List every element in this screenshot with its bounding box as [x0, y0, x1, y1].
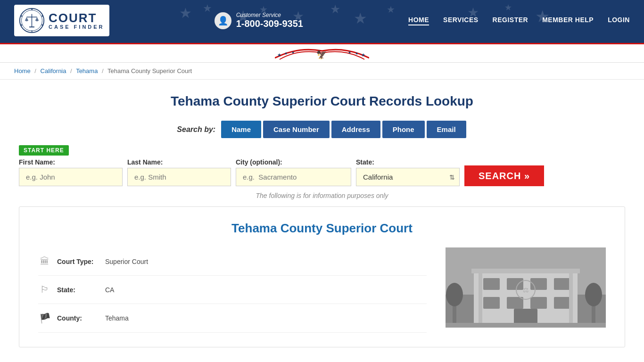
county-row: 🏴 County: Tehama	[38, 304, 427, 333]
svg-text:🦅: 🦅	[316, 49, 327, 60]
search-button[interactable]: SEARCH »	[464, 165, 544, 186]
first-name-label: First Name:	[19, 158, 123, 166]
nav-login[interactable]: LOGIN	[608, 16, 630, 25]
city-group: City (optional):	[236, 158, 351, 186]
main-content: Tehama County Superior Court Records Loo…	[0, 80, 644, 357]
logo-area[interactable]: ★ ★ ★ ★ ★ ★ COURT CASE FINDER	[14, 5, 109, 36]
tab-phone[interactable]: Phone	[382, 121, 425, 138]
tab-name[interactable]: Name	[221, 121, 261, 138]
svg-point-37	[446, 283, 463, 306]
logo-box: ★ ★ ★ ★ ★ ★ COURT CASE FINDER	[14, 5, 109, 36]
breadcrumb-home[interactable]: Home	[14, 67, 31, 74]
svg-text:★: ★	[41, 15, 43, 17]
svg-rect-22	[483, 278, 500, 290]
cs-phone: 1-800-309-9351	[236, 18, 303, 29]
court-type-row: 🏛 Court Type: Superior Court	[38, 247, 427, 276]
tab-case-number[interactable]: Case Number	[263, 121, 330, 138]
court-type-icon: 🏛	[38, 256, 51, 267]
search-form-area: START HERE First Name: Last Name: City (…	[19, 145, 625, 186]
logo-case-finder-text: CASE FINDER	[49, 24, 105, 30]
court-info-details: 🏛 Court Type: Superior Court 🏳 State: CA…	[38, 247, 427, 333]
main-nav: HOME SERVICES REGISTER MEMBER HELP LOGIN	[408, 16, 630, 25]
svg-rect-28	[530, 297, 547, 309]
info-text: The following is for information purpose…	[19, 192, 625, 199]
svg-text:★: ★	[20, 15, 23, 17]
svg-text:★: ★	[291, 50, 295, 55]
court-photo: ⚖	[446, 247, 606, 328]
svg-text:★: ★	[277, 52, 281, 58]
site-header: ★ ★ ★ ★ ★ ★ ★ ★ ★ ★ ★ ★ ★ ★ ★ ★ ★	[0, 0, 644, 41]
court-type-value: Superior Court	[105, 258, 148, 265]
eagle-svg: ★ ★ ★ ★ ★ ★ 🦅	[275, 46, 369, 60]
cs-label: Customer Service	[236, 12, 303, 18]
court-info-section: Tehama County Superior Court 🏛 Court Typ…	[19, 206, 625, 347]
tab-email[interactable]: Email	[427, 121, 466, 138]
svg-rect-33	[446, 323, 606, 328]
state-field-value: CA	[105, 286, 114, 294]
first-name-input[interactable]	[19, 168, 123, 186]
svg-text:★: ★	[355, 51, 358, 56]
svg-text:★: ★	[348, 50, 351, 55]
building-illustration: ⚖	[446, 247, 606, 328]
tab-address[interactable]: Address	[331, 121, 380, 138]
state-group: State: California Alabama Alaska Arizona…	[356, 158, 460, 186]
page-title: Tehama County Superior Court Records Loo…	[19, 94, 625, 109]
svg-text:★: ★	[31, 30, 33, 33]
eagle-banner: ★ ★ ★ ★ ★ ★ 🦅	[0, 44, 644, 63]
breadcrumb-sep-1: /	[34, 67, 36, 74]
breadcrumb-current: Tehama County Superior Court	[107, 67, 192, 74]
court-info-body: 🏛 Court Type: Superior Court 🏳 State: CA…	[38, 247, 606, 333]
svg-rect-32	[569, 271, 573, 328]
court-info-title: Tehama County Superior Court	[38, 221, 606, 236]
breadcrumb-tehama[interactable]: Tehama	[76, 67, 98, 74]
logo-court-text: COURT	[49, 12, 97, 24]
svg-text:★: ★	[41, 24, 43, 26]
svg-text:★: ★	[31, 8, 33, 11]
search-fields-row: First Name: Last Name: City (optional): …	[19, 158, 625, 186]
city-label: City (optional):	[236, 158, 351, 166]
svg-rect-25	[554, 278, 570, 290]
state-icon: 🏳	[38, 284, 51, 295]
svg-rect-29	[554, 297, 570, 309]
customer-service: 👤 Customer Service 1-800-309-9351	[215, 12, 303, 29]
start-here-badge: START HERE	[19, 145, 69, 156]
breadcrumb: Home / California / Tehama / Tehama Coun…	[0, 63, 644, 80]
logo-emblem: ★ ★ ★ ★ ★ ★	[19, 8, 45, 33]
county-icon: 🏴	[38, 313, 51, 324]
state-wrapper: California Alabama Alaska Arizona Arkans…	[356, 168, 460, 186]
state-label: State:	[356, 158, 460, 166]
court-type-label: Court Type:	[57, 258, 99, 265]
breadcrumb-california[interactable]: California	[41, 67, 66, 74]
svg-text:★: ★	[284, 51, 288, 56]
search-by-label: Search by:	[177, 125, 215, 134]
svg-text:★: ★	[20, 24, 23, 26]
phone-icon: 👤	[215, 12, 231, 29]
cs-text: Customer Service 1-800-309-9351	[236, 12, 303, 29]
county-value: Tehama	[105, 314, 129, 322]
svg-text:⚖: ⚖	[523, 286, 529, 294]
search-tabs-row: Search by: Name Case Number Address Phon…	[19, 121, 625, 138]
svg-rect-23	[507, 278, 523, 290]
svg-rect-27	[507, 297, 523, 309]
nav-register[interactable]: REGISTER	[493, 16, 528, 25]
last-name-label: Last Name:	[127, 158, 231, 166]
svg-rect-31	[479, 271, 482, 328]
first-name-group: First Name:	[19, 158, 123, 186]
state-row: 🏳 State: CA	[38, 276, 427, 304]
county-label: County:	[57, 314, 99, 322]
svg-rect-21	[471, 269, 580, 273]
breadcrumb-sep-2: /	[70, 67, 72, 74]
svg-point-39	[585, 283, 602, 306]
nav-member-help[interactable]: MEMBER HELP	[542, 16, 594, 25]
state-field-label: State:	[57, 286, 99, 294]
svg-rect-26	[483, 297, 500, 309]
last-name-group: Last Name:	[127, 158, 231, 186]
nav-home[interactable]: HOME	[408, 16, 429, 25]
nav-services[interactable]: SERVICES	[443, 16, 479, 25]
svg-text:★: ★	[361, 52, 365, 58]
state-select[interactable]: California Alabama Alaska Arizona Arkans…	[356, 168, 460, 186]
breadcrumb-sep-3: /	[102, 67, 104, 74]
logo-text-area: COURT CASE FINDER	[49, 12, 105, 30]
city-input[interactable]	[236, 168, 351, 186]
last-name-input[interactable]	[127, 168, 231, 186]
